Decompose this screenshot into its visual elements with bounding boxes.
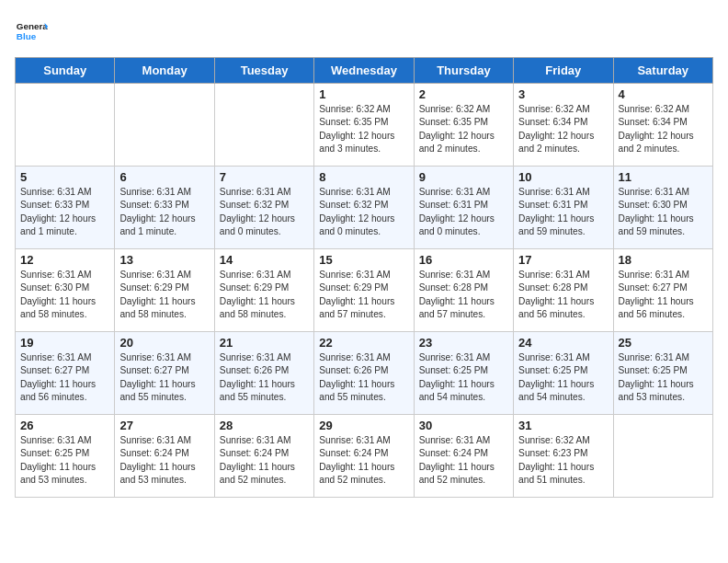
calendar-cell: 30Sunrise: 6:31 AM Sunset: 6:24 PM Dayli… <box>414 415 513 498</box>
calendar-cell: 3Sunrise: 6:32 AM Sunset: 6:34 PM Daylig… <box>514 84 613 167</box>
day-number: 29 <box>319 419 408 432</box>
calendar-cell: 7Sunrise: 6:31 AM Sunset: 6:32 PM Daylig… <box>214 167 313 249</box>
day-number: 6 <box>119 170 209 184</box>
calendar-cell: 27Sunrise: 6:31 AM Sunset: 6:24 PM Dayli… <box>115 415 214 498</box>
day-info: Sunrise: 6:31 AM Sunset: 6:30 PM Dayligh… <box>619 186 708 238</box>
calendar-cell: 14Sunrise: 6:31 AM Sunset: 6:29 PM Dayli… <box>214 249 313 332</box>
day-number: 4 <box>619 87 708 101</box>
calendar-cell: 28Sunrise: 6:31 AM Sunset: 6:24 PM Dayli… <box>214 415 313 498</box>
day-info: Sunrise: 6:31 AM Sunset: 6:24 PM Dayligh… <box>119 434 209 487</box>
calendar-cell: 20Sunrise: 6:31 AM Sunset: 6:27 PM Dayli… <box>115 332 214 415</box>
day-number: 2 <box>419 87 508 101</box>
day-info: Sunrise: 6:31 AM Sunset: 6:25 PM Dayligh… <box>619 351 708 404</box>
svg-text:Blue: Blue <box>17 31 37 41</box>
day-info: Sunrise: 6:31 AM Sunset: 6:31 PM Dayligh… <box>419 186 508 238</box>
day-number: 28 <box>220 419 309 432</box>
calendar-cell: 25Sunrise: 6:31 AM Sunset: 6:25 PM Dayli… <box>613 332 712 415</box>
calendar-table: SundayMondayTuesdayWednesdayThursdayFrid… <box>15 57 713 498</box>
day-info: Sunrise: 6:31 AM Sunset: 6:31 PM Dayligh… <box>518 186 608 238</box>
day-info: Sunrise: 6:31 AM Sunset: 6:29 PM Dayligh… <box>119 269 209 321</box>
logo: General Blue <box>15 15 48 48</box>
day-number: 18 <box>619 253 708 267</box>
day-info: Sunrise: 6:31 AM Sunset: 6:24 PM Dayligh… <box>319 434 408 487</box>
day-info: Sunrise: 6:31 AM Sunset: 6:33 PM Dayligh… <box>119 186 209 238</box>
calendar-cell: 18Sunrise: 6:31 AM Sunset: 6:27 PM Dayli… <box>613 249 712 332</box>
day-header-monday: Monday <box>115 58 214 84</box>
calendar-body: 1Sunrise: 6:32 AM Sunset: 6:35 PM Daylig… <box>16 84 713 498</box>
calendar-week-row: 26Sunrise: 6:31 AM Sunset: 6:25 PM Dayli… <box>16 415 713 498</box>
calendar-cell: 16Sunrise: 6:31 AM Sunset: 6:28 PM Dayli… <box>414 249 513 332</box>
day-number: 23 <box>419 336 508 350</box>
day-info: Sunrise: 6:31 AM Sunset: 6:26 PM Dayligh… <box>319 351 408 404</box>
day-info: Sunrise: 6:31 AM Sunset: 6:25 PM Dayligh… <box>518 351 608 404</box>
calendar-week-row: 12Sunrise: 6:31 AM Sunset: 6:30 PM Dayli… <box>16 249 713 332</box>
day-number: 17 <box>518 253 608 267</box>
day-info: Sunrise: 6:32 AM Sunset: 6:35 PM Dayligh… <box>319 103 408 155</box>
calendar-cell: 29Sunrise: 6:31 AM Sunset: 6:24 PM Dayli… <box>314 415 414 498</box>
calendar-cell: 17Sunrise: 6:31 AM Sunset: 6:28 PM Dayli… <box>514 249 613 332</box>
calendar-cell: 5Sunrise: 6:31 AM Sunset: 6:33 PM Daylig… <box>16 167 115 249</box>
day-number: 11 <box>619 170 708 184</box>
day-info: Sunrise: 6:31 AM Sunset: 6:32 PM Dayligh… <box>220 186 309 238</box>
calendar-cell: 1Sunrise: 6:32 AM Sunset: 6:35 PM Daylig… <box>314 84 414 167</box>
day-info: Sunrise: 6:31 AM Sunset: 6:33 PM Dayligh… <box>20 186 109 238</box>
calendar-week-row: 19Sunrise: 6:31 AM Sunset: 6:27 PM Dayli… <box>16 332 713 415</box>
calendar-cell: 19Sunrise: 6:31 AM Sunset: 6:27 PM Dayli… <box>16 332 115 415</box>
calendar-cell <box>613 415 712 498</box>
day-info: Sunrise: 6:31 AM Sunset: 6:27 PM Dayligh… <box>20 351 109 404</box>
day-number: 25 <box>619 336 708 350</box>
calendar-cell: 4Sunrise: 6:32 AM Sunset: 6:34 PM Daylig… <box>613 84 712 167</box>
day-info: Sunrise: 6:31 AM Sunset: 6:28 PM Dayligh… <box>518 269 608 321</box>
day-number: 12 <box>20 253 109 267</box>
day-info: Sunrise: 6:31 AM Sunset: 6:29 PM Dayligh… <box>220 269 309 321</box>
day-info: Sunrise: 6:31 AM Sunset: 6:24 PM Dayligh… <box>419 434 508 487</box>
day-info: Sunrise: 6:31 AM Sunset: 6:28 PM Dayligh… <box>419 269 508 321</box>
day-number: 31 <box>518 419 608 432</box>
svg-text:General: General <box>17 21 48 31</box>
day-number: 14 <box>220 253 309 267</box>
day-info: Sunrise: 6:31 AM Sunset: 6:27 PM Dayligh… <box>119 351 209 404</box>
day-info: Sunrise: 6:32 AM Sunset: 6:23 PM Dayligh… <box>518 434 608 487</box>
calendar-cell: 2Sunrise: 6:32 AM Sunset: 6:35 PM Daylig… <box>414 84 513 167</box>
day-number: 24 <box>518 336 608 350</box>
calendar-cell: 23Sunrise: 6:31 AM Sunset: 6:25 PM Dayli… <box>414 332 513 415</box>
day-info: Sunrise: 6:31 AM Sunset: 6:29 PM Dayligh… <box>319 269 408 321</box>
day-info: Sunrise: 6:31 AM Sunset: 6:25 PM Dayligh… <box>419 351 508 404</box>
day-info: Sunrise: 6:31 AM Sunset: 6:30 PM Dayligh… <box>20 269 109 321</box>
calendar-cell: 8Sunrise: 6:31 AM Sunset: 6:32 PM Daylig… <box>314 167 414 249</box>
day-info: Sunrise: 6:32 AM Sunset: 6:35 PM Dayligh… <box>419 103 508 155</box>
calendar-cell: 21Sunrise: 6:31 AM Sunset: 6:26 PM Dayli… <box>214 332 313 415</box>
day-number: 15 <box>319 253 408 267</box>
calendar-cell: 13Sunrise: 6:31 AM Sunset: 6:29 PM Dayli… <box>115 249 214 332</box>
calendar-cell: 26Sunrise: 6:31 AM Sunset: 6:25 PM Dayli… <box>16 415 115 498</box>
calendar-cell: 11Sunrise: 6:31 AM Sunset: 6:30 PM Dayli… <box>613 167 712 249</box>
day-number: 1 <box>319 87 408 101</box>
day-header-wednesday: Wednesday <box>314 58 414 84</box>
day-number: 8 <box>319 170 408 184</box>
calendar-week-row: 5Sunrise: 6:31 AM Sunset: 6:33 PM Daylig… <box>16 167 713 249</box>
day-info: Sunrise: 6:31 AM Sunset: 6:32 PM Dayligh… <box>319 186 408 238</box>
day-info: Sunrise: 6:31 AM Sunset: 6:26 PM Dayligh… <box>220 351 309 404</box>
calendar-cell: 15Sunrise: 6:31 AM Sunset: 6:29 PM Dayli… <box>314 249 414 332</box>
day-info: Sunrise: 6:32 AM Sunset: 6:34 PM Dayligh… <box>518 103 608 155</box>
calendar-cell: 10Sunrise: 6:31 AM Sunset: 6:31 PM Dayli… <box>514 167 613 249</box>
calendar-cell <box>115 84 214 167</box>
day-number: 21 <box>220 336 309 350</box>
day-header-thursday: Thursday <box>414 58 513 84</box>
day-number: 9 <box>419 170 508 184</box>
day-number: 19 <box>20 336 109 350</box>
calendar-header-row: SundayMondayTuesdayWednesdayThursdayFrid… <box>16 58 713 84</box>
calendar-cell: 6Sunrise: 6:31 AM Sunset: 6:33 PM Daylig… <box>115 167 214 249</box>
day-number: 13 <box>119 253 209 267</box>
day-header-friday: Friday <box>514 58 613 84</box>
day-info: Sunrise: 6:31 AM Sunset: 6:24 PM Dayligh… <box>220 434 309 487</box>
day-number: 26 <box>20 419 109 432</box>
calendar-cell: 12Sunrise: 6:31 AM Sunset: 6:30 PM Dayli… <box>16 249 115 332</box>
calendar-cell: 22Sunrise: 6:31 AM Sunset: 6:26 PM Dayli… <box>314 332 414 415</box>
day-number: 20 <box>119 336 209 350</box>
day-header-tuesday: Tuesday <box>214 58 313 84</box>
calendar-cell <box>16 84 115 167</box>
day-number: 30 <box>419 419 508 432</box>
day-number: 10 <box>518 170 608 184</box>
day-info: Sunrise: 6:31 AM Sunset: 6:27 PM Dayligh… <box>619 269 708 321</box>
